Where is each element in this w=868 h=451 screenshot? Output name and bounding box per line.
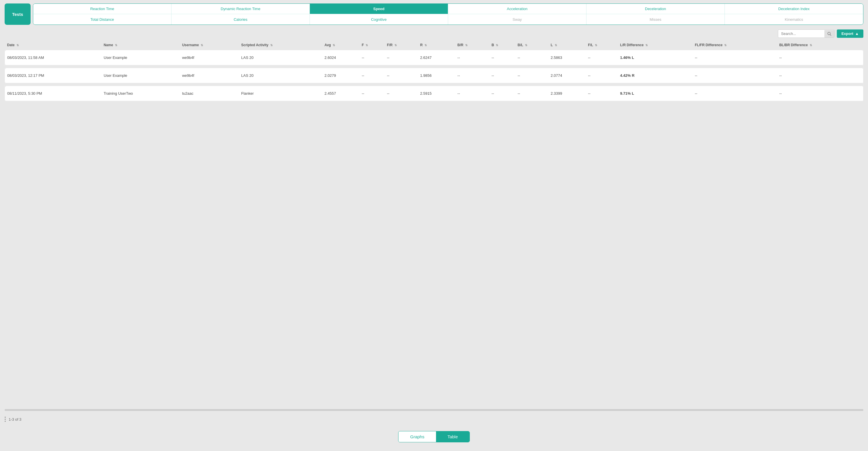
table-cell: -- <box>777 68 863 83</box>
table-cell: -- <box>516 50 549 65</box>
table-cell: 1.46% L <box>618 50 693 65</box>
table-row[interactable]: 08/03/2023, 11:58 AMUser Examplewe9b4fLA… <box>5 50 863 65</box>
search-button[interactable] <box>825 30 834 37</box>
tests-button[interactable]: Tests <box>5 3 31 25</box>
col-avg[interactable]: Avg ⇅ <box>322 40 360 50</box>
table-cell: -- <box>455 86 489 101</box>
table-cell: -- <box>489 86 515 101</box>
col-br[interactable]: B/R ⇅ <box>455 40 489 50</box>
table-cell: -- <box>384 86 418 101</box>
col-flfr-difference[interactable]: FL/FR Difference ⇅ <box>692 40 777 50</box>
table-container: Date ⇅ Name ⇅ Username ⇅ Scripted Activi… <box>0 40 868 404</box>
sort-icon-username: ⇅ <box>201 43 203 47</box>
tab-cognitive[interactable]: Cognitive <box>310 14 448 25</box>
table-cell: -- <box>586 86 618 101</box>
app-container: Tests Reaction Time Dynamic Reaction Tim… <box>0 0 868 451</box>
col-r[interactable]: R ⇅ <box>418 40 455 50</box>
dot1 <box>5 417 6 418</box>
sort-icon-fl: ⇅ <box>595 43 597 47</box>
table-cell: Flanker <box>239 86 322 101</box>
table-cell: 2.6024 <box>322 50 360 65</box>
col-lr-difference[interactable]: L/R Difference ⇅ <box>618 40 693 50</box>
sort-icon-f: ⇅ <box>366 43 368 47</box>
tab-calories[interactable]: Calories <box>172 14 310 25</box>
table-cell: -- <box>384 50 418 65</box>
table-cell: -- <box>360 68 384 83</box>
export-label: Export <box>841 31 853 36</box>
col-username[interactable]: Username ⇅ <box>180 40 239 50</box>
col-date[interactable]: Date ⇅ <box>5 40 101 50</box>
tab-deceleration-index[interactable]: Deceleration Index <box>725 4 863 14</box>
sort-icon-fr: ⇅ <box>395 43 397 47</box>
tab-acceleration[interactable]: Acceleration <box>448 4 586 14</box>
sort-icon-bl: ⇅ <box>525 43 527 47</box>
toggle-group: Graphs Table <box>398 431 469 442</box>
data-table: Date ⇅ Name ⇅ Username ⇅ Scripted Activi… <box>5 40 863 101</box>
tab-total-distance[interactable]: Total Distance <box>33 14 172 25</box>
tab-deceleration[interactable]: Deceleration <box>586 4 725 14</box>
pagination-label: 1-3 of 3 <box>9 417 21 422</box>
table-row[interactable]: 08/03/2023, 12:17 PMUser Examplewe9b4fLA… <box>5 68 863 83</box>
table-cell: -- <box>777 86 863 101</box>
table-cell: -- <box>516 68 549 83</box>
search-icon <box>827 32 831 36</box>
search-wrapper <box>778 29 835 38</box>
sort-icon-lr-difference: ⇅ <box>645 43 648 47</box>
scroll-bar[interactable] <box>5 409 863 411</box>
col-fl[interactable]: F/L ⇅ <box>586 40 618 50</box>
table-cell: we9b4f <box>180 68 239 83</box>
col-l[interactable]: L ⇅ <box>548 40 586 50</box>
table-cell: -- <box>586 50 618 65</box>
tabs-grid: Reaction Time Dynamic Reaction Time Spee… <box>33 3 863 25</box>
table-cell: -- <box>586 68 618 83</box>
sort-icon-name: ⇅ <box>115 43 117 47</box>
table-cell: User Example <box>101 50 180 65</box>
table-cell: -- <box>692 68 777 83</box>
table-cell: 08/03/2023, 11:58 AM <box>5 50 101 65</box>
table-cell: 1.9856 <box>418 68 455 83</box>
col-b[interactable]: B ⇅ <box>489 40 515 50</box>
tab-kinematics: Kinematics <box>725 14 863 25</box>
tab-reaction-time[interactable]: Reaction Time <box>33 4 172 14</box>
col-fr[interactable]: F/R ⇅ <box>384 40 418 50</box>
tab-dynamic-reaction-time[interactable]: Dynamic Reaction Time <box>172 4 310 14</box>
col-scripted-activity[interactable]: Scripted Activity ⇅ <box>239 40 322 50</box>
sort-icon-avg: ⇅ <box>333 43 335 47</box>
col-bl[interactable]: B/L ⇅ <box>516 40 549 50</box>
tab-sway: Sway <box>448 14 586 25</box>
table-cell: 2.3399 <box>548 86 586 101</box>
svg-line-1 <box>830 34 831 35</box>
table-toggle-button[interactable]: Table <box>436 431 469 442</box>
table-header-row: Date ⇅ Name ⇅ Username ⇅ Scripted Activi… <box>5 40 863 50</box>
table-cell: we9b4f <box>180 50 239 65</box>
table-row[interactable]: 08/11/2023, 5:30 PMTraining UserTwotu2aa… <box>5 86 863 101</box>
col-blbr-difference[interactable]: BL/BR Difference ⇅ <box>777 40 863 50</box>
table-cell: -- <box>455 68 489 83</box>
table-cell: -- <box>489 68 515 83</box>
graphs-toggle-button[interactable]: Graphs <box>399 431 436 442</box>
pagination-menu[interactable] <box>5 417 6 422</box>
export-button[interactable]: Export ▲ <box>837 29 863 38</box>
table-cell: 2.6247 <box>418 50 455 65</box>
col-f[interactable]: F ⇅ <box>360 40 384 50</box>
sort-icon-r: ⇅ <box>425 43 427 47</box>
sort-icon-b: ⇅ <box>496 43 498 47</box>
table-cell: LAS 20 <box>239 68 322 83</box>
row-spacer <box>5 65 863 68</box>
sort-icon-l: ⇅ <box>555 43 557 47</box>
table-cell: tu2aac <box>180 86 239 101</box>
top-nav: Tests Reaction Time Dynamic Reaction Tim… <box>0 0 868 25</box>
dot2 <box>5 419 6 420</box>
search-input[interactable] <box>778 30 825 37</box>
table-cell: -- <box>360 86 384 101</box>
tab-speed[interactable]: Speed <box>310 4 448 14</box>
table-cell: User Example <box>101 68 180 83</box>
table-cell: 08/03/2023, 12:17 PM <box>5 68 101 83</box>
table-cell: 4.42% R <box>618 68 693 83</box>
table-cell: -- <box>360 50 384 65</box>
table-cell: 2.4557 <box>322 86 360 101</box>
col-name[interactable]: Name ⇅ <box>101 40 180 50</box>
dot3 <box>5 421 6 422</box>
pagination: 1-3 of 3 <box>0 413 868 425</box>
sort-icon-blbr-difference: ⇅ <box>810 43 812 47</box>
